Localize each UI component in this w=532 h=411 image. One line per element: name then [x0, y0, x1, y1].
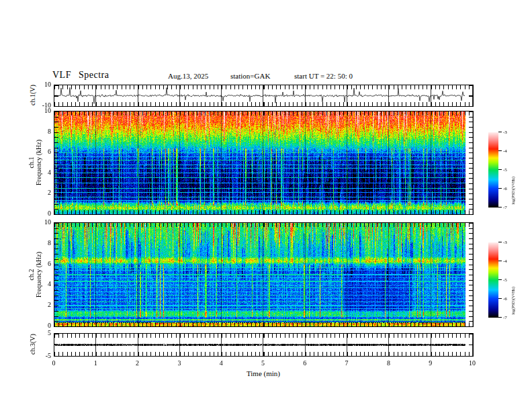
colorbar-tick-label: -7	[503, 205, 507, 210]
y-tick-label: 2	[28, 301, 51, 309]
colorbar-tick-label: -6	[503, 296, 507, 302]
x-axis-title: Time (min)	[223, 369, 304, 377]
colorbar-tick-label: -3	[503, 240, 507, 245]
y-tick-label: 5	[28, 329, 51, 337]
y-tick-label: 10	[28, 81, 51, 89]
y-tick-label: 4	[28, 280, 51, 288]
y-ticks	[54, 85, 58, 106]
ch1-waveform-panel	[54, 85, 474, 107]
ch2-colorbar-ticks	[498, 242, 502, 318]
x-ticks	[54, 210, 473, 214]
x-ticks	[54, 102, 473, 106]
y-ticks	[54, 223, 58, 326]
x-ticks	[54, 352, 473, 356]
minute-gridlines	[54, 223, 473, 326]
ch1-colorbar-ticks	[498, 132, 502, 208]
ch2-spectrogram-panel	[54, 222, 474, 327]
y-ticks	[469, 111, 473, 214]
y-tick-label: 6	[28, 148, 51, 156]
ch2-colorbar-title: log(PSD)(V²/Hz)	[511, 245, 516, 315]
x-ticks	[54, 223, 473, 227]
y-tick-label: 0	[28, 210, 51, 218]
x-tick-label: 8	[382, 359, 395, 367]
y-ticks	[469, 85, 473, 106]
x-tick-label: 4	[214, 359, 228, 367]
x-tick-label: 1	[89, 359, 102, 367]
y-ticks	[54, 111, 58, 214]
x-tick-label: 10	[466, 359, 479, 367]
x-tick-label: 7	[340, 359, 353, 367]
y-tick-label: 6	[28, 260, 51, 268]
ch1-colorbar-title: log(PSD)(V²/Hz)	[511, 135, 516, 205]
header-start-ut: start UT = 22: 50: 0	[294, 72, 353, 80]
header-station: station=GAK	[230, 72, 270, 80]
y-tick-label: 4	[28, 169, 51, 177]
colorbar-tick-label: -4	[503, 148, 507, 154]
page-title: VLF Spectra	[52, 70, 109, 81]
y-tick-label: 8	[28, 239, 51, 247]
x-ticks	[54, 334, 473, 338]
y-tick-label: -5	[28, 352, 51, 360]
ch2-colorbar	[488, 242, 498, 318]
x-tick-label: 9	[424, 359, 437, 367]
header-date: Aug.13, 2025	[168, 72, 208, 80]
colorbar-tick-label: -5	[503, 167, 507, 173]
y-ticks	[469, 334, 473, 356]
y-tick-label: 8	[28, 128, 51, 136]
ch1-spectrogram-panel	[54, 111, 474, 215]
x-ticks	[54, 322, 473, 326]
y-tick-label: 2	[28, 189, 51, 197]
colorbar-tick-label: -7	[503, 315, 507, 320]
ch3-waveform-panel	[54, 333, 474, 357]
x-tick-label: 0	[47, 359, 60, 367]
x-ticks	[54, 111, 473, 116]
y-tick-label: -10	[28, 101, 51, 109]
x-tick-label: 5	[257, 359, 270, 367]
colorbar-tick-label: -3	[503, 130, 507, 135]
y-ticks	[54, 334, 58, 356]
x-tick-label: 3	[173, 359, 186, 367]
x-tick-label: 6	[298, 359, 312, 367]
vlf-spectra-figure: VLF Spectra Aug.13, 2025 station=GAK sta…	[0, 0, 532, 411]
colorbar-tick-label: -4	[503, 259, 507, 264]
minute-gridlines	[54, 111, 473, 214]
colorbar-tick-label: -5	[503, 277, 507, 283]
y-ticks	[469, 223, 473, 326]
colorbar-tick-label: -6	[503, 186, 507, 191]
y-tick-label: 10	[28, 218, 51, 226]
ch1-colorbar	[488, 132, 498, 208]
x-tick-label: 2	[131, 359, 144, 367]
x-ticks	[54, 85, 473, 89]
